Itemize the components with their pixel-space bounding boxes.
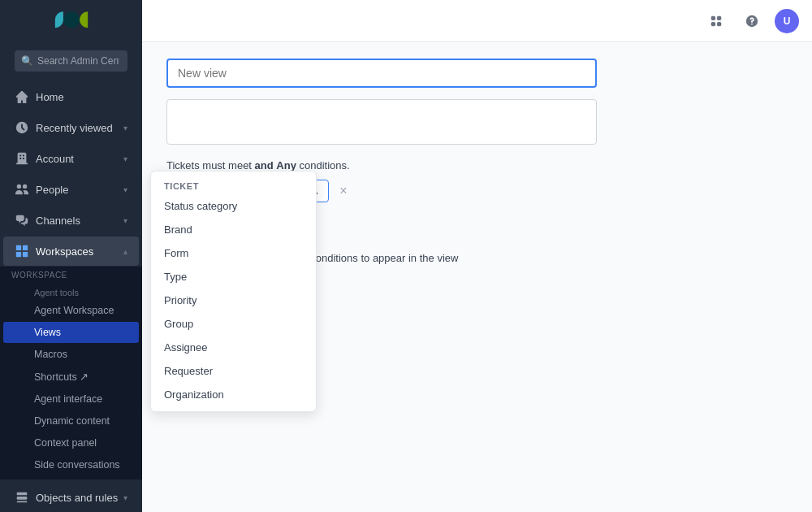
agent-tools-label: Agent tools — [3, 284, 139, 299]
remove-condition-button[interactable]: × — [335, 183, 352, 199]
sub-item-side-conversations[interactable]: Side conversations — [3, 454, 139, 475]
conditions-all-label: Tickets must meet and Any conditions. — [166, 159, 788, 171]
main-content: U Tickets must meet and Any conditions. … — [142, 0, 812, 512]
dropdown-section-ticket: Ticket — [151, 176, 316, 194]
sidebar: 🔍 Home Recently viewed ▾ Account ▾ Peopl… — [0, 0, 142, 512]
dropdown-item-priority[interactable]: Priority — [151, 289, 316, 312]
sidebar-item-people-label: People — [36, 184, 68, 196]
search-icon: 🔍 — [21, 55, 33, 67]
sidebar-item-channels[interactable]: Channels ▾ — [3, 206, 139, 235]
sub-item-shortcuts[interactable]: Shortcuts ↗ — [3, 366, 139, 388]
sub-item-macros[interactable]: Macros — [3, 344, 139, 365]
dropdown-item-group[interactable]: Group — [151, 312, 316, 336]
sidebar-item-objects-rules[interactable]: Objects and rules ▾ — [3, 483, 139, 512]
sidebar-item-recently-viewed-label: Recently viewed — [36, 122, 113, 134]
sub-item-views[interactable]: Views — [3, 322, 139, 343]
users-icon — [15, 182, 29, 197]
sidebar-item-home-label: Home — [36, 91, 64, 103]
dropdown-item-form[interactable]: Form — [151, 241, 316, 265]
sidebar-item-workspaces[interactable]: Workspaces ▴ — [3, 236, 139, 266]
workspace-section-label: Workspace — [0, 267, 142, 282]
description-textarea[interactable] — [166, 99, 597, 145]
sidebar-item-account-label: Account — [36, 153, 74, 165]
sub-item-agent-workspace[interactable]: Agent Workspace — [3, 300, 139, 321]
dropdown-item-assignee[interactable]: Assignee — [151, 336, 316, 359]
chevron-down-icon: ▴ — [123, 247, 127, 256]
workspaces-icon — [15, 244, 29, 258]
chevron-down-icon: ▾ — [123, 185, 127, 194]
svg-rect-3 — [23, 252, 28, 257]
sub-item-agent-interface[interactable]: Agent interface — [3, 388, 139, 410]
dropdown-item-brand[interactable]: Brand — [151, 218, 316, 241]
sub-items-list: Agent tools Agent Workspace Views Macros… — [0, 282, 142, 479]
user-avatar[interactable]: U — [775, 9, 799, 33]
page-content: Tickets must meet and Any conditions. ▲ … — [142, 42, 812, 512]
help-button[interactable] — [739, 8, 765, 34]
sub-item-context-panel[interactable]: Context panel — [3, 432, 139, 453]
dropdown-item-requester[interactable]: Requester — [151, 359, 316, 383]
sidebar-item-account[interactable]: Account ▾ — [3, 144, 139, 173]
chevron-down-icon: ▾ — [123, 124, 127, 132]
chevron-down-icon: ▾ — [123, 216, 127, 225]
svg-rect-1 — [23, 245, 28, 250]
sub-item-dynamic-content[interactable]: Dynamic content — [3, 410, 139, 432]
dropdown-item-organization[interactable]: Organization — [151, 383, 316, 406]
home-icon — [15, 89, 29, 104]
chevron-down-icon: ▾ — [123, 154, 127, 163]
dropdown-item-status-category[interactable]: Status category — [151, 194, 316, 218]
search-container: 🔍 — [6, 46, 136, 76]
condition-dropdown: Ticket Status category Brand Form Type P… — [150, 171, 317, 412]
sidebar-item-workspaces-label: Workspaces — [36, 245, 93, 258]
grid-button[interactable] — [703, 8, 729, 34]
svg-rect-2 — [16, 252, 21, 257]
clock-icon — [15, 120, 29, 135]
sidebar-item-people[interactable]: People ▾ — [3, 175, 139, 204]
channels-icon — [15, 213, 29, 228]
objects-icon — [15, 490, 29, 505]
chevron-down-icon: ▾ — [123, 493, 127, 502]
dropdown-item-type[interactable]: Type — [151, 265, 316, 289]
topbar: U — [142, 0, 812, 42]
sidebar-item-home[interactable]: Home — [3, 82, 139, 111]
grid-icon — [709, 14, 723, 28]
sidebar-item-channels-label: Channels — [36, 215, 80, 227]
sidebar-item-objects-rules-label: Objects and rules — [36, 492, 118, 504]
workspaces-submenu: Workspace Agent tools Agent Workspace Vi… — [0, 267, 142, 479]
logo — [0, 0, 142, 46]
help-icon — [745, 14, 759, 28]
building-icon — [15, 151, 29, 166]
svg-rect-0 — [16, 245, 21, 250]
view-name-input[interactable] — [166, 59, 597, 88]
sidebar-item-recently-viewed[interactable]: Recently viewed ▾ — [3, 113, 139, 142]
